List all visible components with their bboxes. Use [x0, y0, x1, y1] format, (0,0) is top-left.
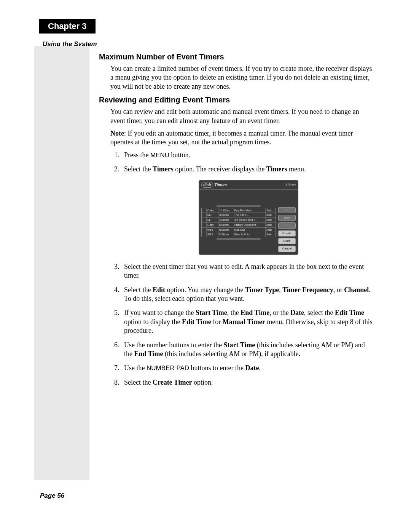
text: Select the — [124, 379, 153, 386]
done-button[interactable]: Done — [278, 238, 296, 244]
checkbox[interactable] — [202, 218, 207, 222]
text: Select the — [124, 165, 153, 173]
note-body: : If you edit an automatic timer, it bec… — [110, 129, 353, 146]
text: Use the — [124, 364, 147, 372]
text: , the — [227, 309, 241, 316]
time-cell: 4:00pm — [218, 218, 233, 222]
program-cell: History Viewpoint — [233, 223, 266, 227]
create-timer-option: Create Timer — [153, 379, 192, 386]
section-subtitle: Using the System — [43, 40, 377, 48]
heading-review-edit: Reviewing and Editing Event Timers — [99, 96, 373, 104]
text: (this includes selecting AM or PM), if a… — [163, 350, 300, 358]
timers-screen: dish Timers 9:55am Daily — [199, 180, 298, 255]
create-button[interactable]: Create — [278, 230, 296, 236]
text: Use the number buttons to enter the — [124, 341, 223, 349]
table-row[interactable]: Daily 6:00pm History Viewpoint Auto — [202, 223, 276, 228]
note-label: Note — [110, 129, 124, 137]
timers-option: Timers — [153, 165, 174, 173]
para-note: Note: If you edit an automatic timer, it… — [110, 129, 373, 147]
manual-timer: Manual Timer — [223, 318, 265, 326]
text: If you want to change the — [124, 309, 196, 316]
table-row[interactable]: 9/15 8:30pm Guts & Bolts Auto — [202, 232, 276, 237]
text: buttons to enter the — [189, 364, 245, 372]
screen-titlebar: dish Timers 9:55am — [199, 181, 298, 190]
heading-max-timers: Maximum Number of Event Timers — [99, 53, 373, 61]
type-cell: Auto — [266, 228, 276, 232]
start-time: Start Time — [223, 341, 255, 349]
program-cell: 3rd Rock From t… — [233, 218, 266, 222]
text: button. — [169, 151, 190, 159]
checkbox[interactable] — [202, 232, 207, 237]
text: option. You may change the — [165, 286, 245, 294]
checkbox[interactable] — [202, 208, 207, 213]
step-7: Use the NUMBER PAD buttons to enter the … — [121, 364, 373, 372]
freq-cell: M-F — [207, 213, 218, 217]
scroll-down-icon[interactable] — [217, 238, 261, 240]
edit-time-option: Edit Time — [335, 309, 364, 316]
program-cell: Pay-Per-View… — [233, 208, 266, 213]
table-row[interactable]: M-F 4:00pm 3rd Rock From t… Auto — [202, 218, 276, 223]
timer-type: Timer Type — [245, 286, 279, 294]
table-row[interactable]: Daily 10:00am Pay-Per-View… Auto — [202, 208, 276, 213]
checkbox[interactable] — [202, 213, 207, 217]
left-shade-column — [34, 46, 89, 480]
type-cell: Auto — [266, 223, 276, 227]
step-1: Press the MENU button. — [121, 151, 373, 160]
chapter-badge: Chapter 3 — [39, 19, 96, 34]
text: , or the — [269, 309, 290, 316]
number-pad-label: NUMBER PAD — [147, 364, 189, 372]
time-cell: 10:00am — [218, 208, 233, 213]
text: , — [279, 286, 282, 294]
time-cell: 8:00pm — [218, 228, 233, 232]
type-cell: Auto — [266, 232, 276, 237]
cancel-button[interactable]: Cancel — [278, 246, 296, 252]
step-3: Select the event timer that you want to … — [121, 262, 373, 280]
table-row[interactable]: M-F 3:00pm The Ellen… Auto — [202, 213, 276, 218]
freq-cell: Daily — [207, 208, 218, 213]
table-row[interactable]: 9/15 8:00pm Mail Call Auto — [202, 228, 276, 233]
para-review-intro: You can review and edit both automatic a… — [110, 107, 373, 125]
timers-table: Daily 10:00am Pay-Per-View… Auto M-F 3:0… — [201, 208, 276, 238]
time-cell: 6:00pm — [218, 223, 233, 227]
channel: Channel — [344, 286, 369, 294]
side-buttons: Sort Edit Delete Create Done Cancel — [278, 207, 296, 252]
edit-option: Edit — [153, 286, 165, 294]
checkbox[interactable] — [202, 223, 207, 227]
step-5: If you want to change the Start Time, th… — [121, 308, 373, 335]
text: menu. — [287, 165, 306, 173]
program-cell: Mail Call — [233, 228, 266, 232]
program-cell: The Ellen… — [233, 213, 266, 217]
scroll-up-icon[interactable] — [217, 205, 261, 207]
sort-button[interactable]: Sort — [278, 207, 296, 213]
end-time: End Time — [241, 309, 269, 316]
timers-menu: Timers — [266, 165, 287, 173]
screen-body: Daily 10:00am Pay-Per-View… Auto M-F 3:0… — [199, 190, 298, 254]
menu-button-label: MENU — [150, 152, 169, 159]
freq-cell: 9/15 — [207, 228, 218, 232]
manual-page: Chapter 3 Using the System Maximum Numbe… — [0, 0, 411, 532]
step-2: Select the Timers option. The receiver d… — [121, 165, 373, 255]
timers-table-wrap: Daily 10:00am Pay-Per-View… Auto M-F 3:0… — [201, 205, 276, 252]
freq-cell: M-F — [207, 218, 218, 222]
type-cell: Auto — [266, 208, 276, 213]
text: for — [211, 318, 223, 326]
page-footer: Page 56 — [40, 492, 64, 500]
freq-cell: 9/15 — [207, 232, 218, 237]
edit-button[interactable]: Edit — [278, 215, 296, 221]
end-time: End Time — [134, 350, 163, 358]
time-cell: 3:00pm — [218, 213, 233, 217]
text: Press the — [124, 151, 150, 159]
embedded-screenshot: dish Timers 9:55am Daily — [124, 180, 373, 255]
checkbox[interactable] — [202, 228, 207, 232]
step-4: Select the Edit option. You may change t… — [121, 286, 373, 304]
dish-logo: dish — [201, 182, 213, 188]
screen-title: Timers — [215, 182, 286, 187]
delete-button[interactable]: Delete — [278, 222, 296, 228]
type-cell: Auto — [266, 213, 276, 217]
text: , select the — [304, 309, 335, 316]
text: Select the — [124, 286, 153, 294]
text: option. — [192, 379, 213, 386]
text: option to display the — [124, 318, 182, 326]
time-cell: 8:30pm — [218, 232, 233, 237]
steps-list: Press the MENU button. Select the Timers… — [110, 151, 373, 387]
